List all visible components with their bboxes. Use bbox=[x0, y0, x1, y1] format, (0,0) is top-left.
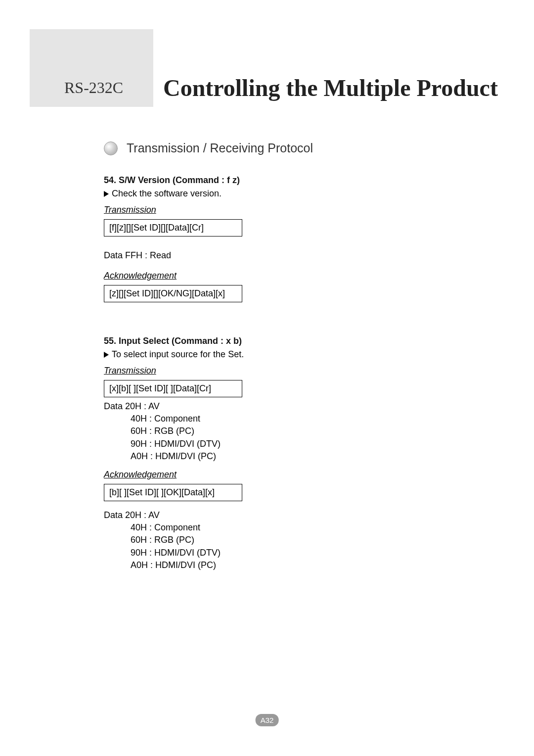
cmd54-desc: Check the software version. bbox=[104, 189, 445, 199]
header-right-title: Controlling the Multiple Product bbox=[153, 25, 498, 111]
cmd55-desc: To select input source for the Set. bbox=[104, 349, 445, 360]
acknowledgement-label-2: Acknowledgement bbox=[104, 470, 177, 480]
cmd54-heading: 54. S/W Version (Command : f z) bbox=[104, 175, 445, 186]
page-header: RS-232C Controlling the Multiple Product bbox=[30, 25, 504, 111]
cmd54-tx-box: [f][z][][Set ID][][Data][Cr] bbox=[104, 219, 242, 236]
cmd55-data-block-2: Data 20H : AV 40H : Component 60H : RGB … bbox=[104, 509, 445, 571]
cmd54-data-line: Data FFH : Read bbox=[104, 250, 445, 261]
header-left-label: RS-232C bbox=[30, 29, 153, 107]
transmission-label-2: Transmission bbox=[104, 366, 156, 376]
arrow-icon bbox=[104, 191, 109, 197]
cmd55-data-block-1: Data 20H : AV 40H : Component 60H : RGB … bbox=[104, 400, 445, 463]
page-number-badge: A32 bbox=[256, 714, 279, 726]
cmd54-ack-box: [z][][Set ID][][OK/NG][Data][x] bbox=[104, 285, 242, 302]
cmd55-ack-box: [b][ ][Set ID][ ][OK][Data][x] bbox=[104, 484, 242, 501]
section-header: Transmission / Receiving Protocol bbox=[104, 141, 445, 155]
transmission-label: Transmission bbox=[104, 205, 156, 215]
arrow-icon bbox=[104, 352, 109, 358]
cmd55-heading: 55. Input Select (Command : x b) bbox=[104, 336, 445, 346]
acknowledgement-label: Acknowledgement bbox=[104, 271, 177, 281]
bullet-icon bbox=[104, 142, 118, 155]
section-title: Transmission / Receiving Protocol bbox=[127, 141, 313, 155]
cmd55-tx-box: [x][b][ ][Set ID][ ][Data][Cr] bbox=[104, 380, 242, 397]
